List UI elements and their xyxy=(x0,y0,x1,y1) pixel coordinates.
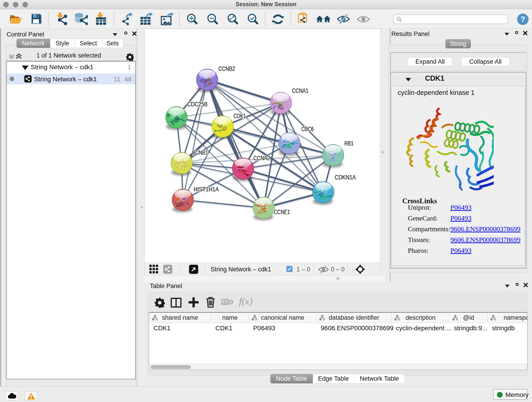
svg-text:CDC6: CDC6 xyxy=(301,125,314,133)
svg-text:CCNB2: CCNB2 xyxy=(218,65,235,72)
svg-text:CCNE1: CCNE1 xyxy=(274,208,290,216)
svg-text:?: ? xyxy=(520,15,525,23)
svg-text:HIST1H1A: HIST1H1A xyxy=(194,186,219,193)
svg-text:CCNB1: CCNB1 xyxy=(192,149,208,156)
svg-text:CCNA2: CCNA2 xyxy=(253,154,270,162)
svg-text:CDK1: CDK1 xyxy=(234,112,246,119)
svg-text:RB1: RB1 xyxy=(344,140,354,147)
svg-text:CCNA1: CCNA1 xyxy=(292,87,308,94)
svg-text:CDC25B: CDC25B xyxy=(187,101,208,108)
svg-text:CDKN1A: CDKN1A xyxy=(335,174,356,181)
